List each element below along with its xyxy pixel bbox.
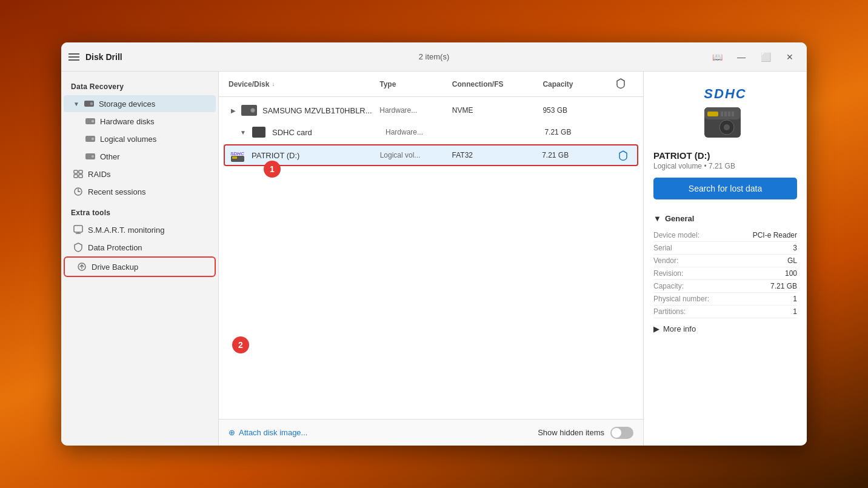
hdd-device-icon [241, 104, 258, 116]
title-bar: Disk Drill 2 item(s) 📖 — ⬜ ✕ [61, 42, 807, 72]
device-info-section: PATRIOT (D:) Logical volume • 7.21 GB Se… [644, 150, 807, 214]
general-section-header[interactable]: ▼ General [653, 214, 797, 223]
smart-monitoring-label: S.M.A.R.T. monitoring [88, 226, 164, 235]
svg-text:SDHC: SDHC [230, 151, 244, 156]
info-row-device-model: Device model: PCI-e Reader [653, 229, 797, 242]
expand-icon[interactable]: ▶ [229, 105, 238, 115]
sdhc-brand-label: SDHC [704, 86, 746, 102]
table-row-patriot[interactable]: SDHC PATRIOT (D:) Logical vol... FAT32 7… [224, 144, 638, 166]
raids-label: RAIDs [88, 170, 111, 179]
serial-value: 3 [793, 244, 797, 252]
table-row[interactable]: ▶ SAMSUNG MZVLB1T0HBLR... Hardware... NV… [219, 99, 643, 121]
drive-backup-highlight: Drive Backup [64, 256, 216, 277]
title-bar-controls: 📖 — ⬜ ✕ [707, 47, 800, 67]
main-window: Disk Drill 2 item(s) 📖 — ⬜ ✕ Data Recove… [61, 42, 807, 446]
close-button[interactable]: ✕ [780, 47, 800, 67]
svg-point-7 [92, 155, 94, 158]
samsung-cap: 953 GB [542, 106, 615, 115]
physical-number-value: 1 [793, 295, 797, 303]
attach-link-label: Attach disk image... [239, 428, 307, 437]
show-hidden-label: Show hidden items [538, 428, 604, 437]
sdhc-device-name: SDHC card [272, 128, 312, 137]
chevron-down-icon: ▼ [653, 214, 661, 223]
recent-sessions-label: Recent sessions [88, 187, 145, 196]
svg-rect-10 [74, 175, 78, 178]
table-header: Device/Disk ↓ Type Connection/FS Capacit… [219, 72, 643, 97]
patriot-device-name: PATRIOT (D:) [252, 151, 299, 160]
sidebar-item-storage-devices[interactable]: ▼ Storage devices [64, 95, 216, 112]
svg-rect-11 [79, 175, 82, 178]
patriot-type: Logical vol... [380, 151, 452, 159]
patriot-name-col: SDHC PATRIOT (D:) [230, 149, 380, 161]
sdhc-cap: 7.21 GB [544, 128, 615, 136]
info-row-serial: Serial 3 [653, 242, 797, 255]
svg-rect-29 [732, 112, 734, 116]
storage-devices-label: Storage devices [99, 99, 155, 109]
device-model-label: Device model: [653, 231, 699, 239]
more-info-label: More info [663, 324, 696, 333]
expand-down-icon[interactable]: ▼ [238, 127, 248, 137]
sort-icon[interactable]: ↓ [272, 81, 275, 87]
sidebar-item-drive-backup[interactable]: Drive Backup [67, 258, 212, 275]
data-protection-icon [73, 242, 83, 252]
hdd-icon [84, 99, 94, 109]
info-row-capacity: Capacity: 7.21 GB [653, 280, 797, 293]
plus-circle-icon: ⊕ [229, 428, 235, 437]
drive-backup-label: Drive Backup [92, 262, 138, 272]
sidebar-item-hardware-disks[interactable]: Hardware disks [64, 113, 216, 130]
vendor-label: Vendor: [653, 256, 678, 265]
col-type-header: Type [379, 80, 452, 89]
table-row[interactable]: ▼ SDHC card Hardware... 7.21 GB [219, 121, 643, 143]
info-row-partitions: Partitions: 1 [653, 306, 797, 318]
device-disk-label: Device/Disk [229, 80, 269, 89]
search-lost-data-button[interactable]: Search for lost data [653, 178, 797, 199]
hardware-disk-icon [85, 116, 95, 126]
smart-icon [73, 225, 83, 235]
svg-rect-9 [79, 170, 82, 173]
sidebar-item-smart[interactable]: S.M.A.R.T. monitoring [64, 221, 216, 238]
sdhc-type: Hardware... [386, 128, 456, 136]
sidebar-item-raids[interactable]: RAIDs [64, 165, 216, 182]
book-button[interactable]: 📖 [707, 47, 727, 67]
logical-volumes-label: Logical volumes [100, 135, 156, 144]
svg-point-1 [90, 102, 93, 105]
more-info-row[interactable]: ▶ More info [644, 318, 807, 339]
footer-bar: ⊕ Attach disk image... Show hidden items [219, 419, 643, 446]
svg-rect-28 [728, 112, 730, 116]
patriot-conn: FAT32 [452, 151, 542, 159]
attach-link[interactable]: ⊕ Attach disk image... [229, 428, 307, 437]
other-label: Other [100, 152, 120, 161]
sidebar-section-data-recovery: Data Recovery [61, 79, 218, 95]
svg-point-3 [92, 120, 94, 122]
general-section: ▼ General Device model: PCI-e Reader Ser… [644, 214, 807, 318]
chevron-down-icon: ▼ [73, 101, 79, 107]
device-model-value: PCI-e Reader [753, 231, 797, 239]
badge-2: 2 [232, 336, 249, 353]
serial-label: Serial [653, 244, 672, 252]
sidebar-item-other[interactable]: Other [64, 148, 216, 165]
recent-sessions-icon [73, 187, 83, 196]
minimize-button[interactable]: — [732, 47, 751, 67]
partitions-label: Partitions: [653, 307, 686, 316]
svg-rect-25 [707, 112, 718, 116]
sidebar-item-recent-sessions[interactable]: Recent sessions [64, 183, 216, 200]
revision-value: 100 [785, 269, 797, 278]
maximize-button[interactable]: ⬜ [756, 47, 775, 67]
raids-icon [73, 169, 83, 179]
info-row-revision: Revision: 100 [653, 267, 797, 280]
col-conn-header: Connection/FS [452, 80, 543, 89]
badge-1: 1 [264, 161, 281, 178]
sidebar: Data Recovery ▼ Storage devices [61, 72, 219, 446]
sidebar-item-data-protection[interactable]: Data Protection [64, 239, 216, 256]
sidebar-item-logical-volumes[interactable]: Logical volumes [64, 130, 216, 147]
patriot-protect [614, 150, 632, 161]
table-body: ▶ SAMSUNG MZVLB1T0HBLR... Hardware... NV… [219, 97, 643, 419]
samsung-conn: NVME [452, 106, 543, 115]
chevron-right-icon: ▶ [653, 324, 659, 333]
hidden-items-toggle[interactable] [610, 427, 633, 439]
device-visual: SDHC [644, 72, 807, 150]
vendor-value: GL [787, 256, 797, 265]
hamburger-icon[interactable] [68, 53, 79, 61]
samsung-device-name: SAMSUNG MZVLB1T0HBLR... [262, 106, 372, 115]
svg-rect-22 [232, 156, 237, 159]
